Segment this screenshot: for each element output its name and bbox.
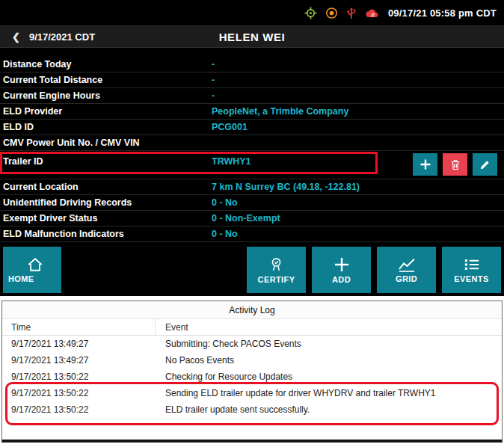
column-header-event[interactable]: Event [156,322,188,333]
info-row-cmv-power-unit: CMV Power Unit No. / CMV VIN [0,135,504,151]
info-value: - [212,59,215,70]
trailer-delete-button[interactable] [443,153,467,176]
log-row: 9/17/2021 13:50:22 Checking for Resource… [2,369,502,385]
window-title[interactable]: Activity Log [2,301,502,319]
info-label: Exempt Driver Status [0,213,212,223]
log-row: 9/17/2021 13:49:27 No Pacos Events [2,352,502,369]
status-bar: 09/17/21 05:58 pm CDT [0,0,504,25]
info-label: ELD ID [0,122,212,132]
info-row-eld-malfunction-indicators: ELD Malfunction Indicators 0 - No [0,226,504,242]
log-event: ELD trailer update sent successfully. [156,404,310,415]
log-time: 9/17/2021 13:50:22 [2,388,156,398]
info-value: 0 - No [212,229,238,239]
info-label: Distance Today [0,59,212,70]
info-row-trailer-id: Trailer ID TRWHY1 [0,151,504,179]
events-button[interactable]: EVENTS [442,247,501,293]
info-row-current-total-distance: Current Total Distance - [0,73,504,88]
info-value: 0 - Non-Exempt [212,213,280,223]
info-value: PeopleNet, a Trimble Company [212,106,348,117]
log-row: 9/17/2021 13:49:27 Submitting: Check PAC… [2,336,502,352]
log-event: Submitting: Check PACOS Events [156,339,301,349]
add-button[interactable]: ADD [312,247,371,293]
screenshot-root: 09/17/21 05:58 pm CDT ❮ 9/17/2021 CDT HE… [0,0,504,447]
log-time: 9/17/2021 13:49:27 [2,355,156,366]
log-time: 9/17/2021 13:50:22 [2,372,156,382]
log-table-header: Time Event [2,319,502,336]
info-row-exempt-driver-status: Exempt Driver Status 0 - Non-Exempt [0,211,504,226]
back-button[interactable]: ❮ 9/17/2021 CDT [0,31,95,43]
info-label: Unidentified Driving Records [0,197,212,208]
trailer-actions [413,153,497,176]
info-value: - [212,90,215,101]
trash-icon [449,158,461,171]
info-row-current-engine-hours: Current Engine Hours - [0,88,504,104]
add-label: ADD [332,275,351,284]
info-row-unidentified-driving-records: Unidentified Driving Records 0 - No [0,195,504,211]
column-header-time[interactable]: Time [2,319,156,335]
info-label: Current Total Distance [0,75,212,85]
plus-icon [334,256,350,273]
usb-icon [346,7,357,19]
info-row-eld-id: ELD ID PCG001 [0,120,504,135]
certify-badge-icon [268,256,284,273]
plus-icon [420,158,431,170]
info-label: Trailer ID [0,156,212,167]
log-row-highlighted: 9/17/2021 13:50:22 Sending ELD trailer u… [2,385,502,401]
activity-log-window: Activity Log Time Event 9/17/2021 13:49:… [1,300,503,443]
grid-label: GRID [396,274,417,283]
log-time: 9/17/2021 13:49:27 [2,339,156,349]
certify-label: CERTIFY [258,275,295,284]
cloud-sync-icon [365,7,380,19]
log-rows: 9/17/2021 13:49:27 Submitting: Check PAC… [2,336,502,418]
info-value: 0 - No [212,197,238,208]
gps-target-icon [304,7,317,19]
log-time: 9/17/2021 13:50:22 [2,404,156,415]
info-row-eld-provider: ELD Provider PeopleNet, a Trimble Compan… [0,104,504,120]
app-header: ❮ 9/17/2021 CDT HELEN WEI [0,25,504,48]
info-value: TRWHY1 [212,156,251,167]
info-value: PCG001 [212,122,248,132]
info-label: Current Engine Hours [0,90,212,101]
header-date: 9/17/2021 CDT [29,31,95,43]
info-row-distance-today: Distance Today - [0,57,504,73]
log-event: Sending ELD trailer update for driver WH… [156,388,435,398]
bottom-toolbar: HOME CERTIFY ADD GRID EVENTS [0,247,504,296]
eld-app-screen: 09/17/21 05:58 pm CDT ❮ 9/17/2021 CDT HE… [0,0,504,296]
home-button[interactable]: HOME [3,247,61,293]
grid-button[interactable]: GRID [377,247,436,293]
log-row-highlighted: 9/17/2021 13:50:22 ELD trailer update se… [2,401,502,418]
info-label: Current Location [0,182,212,192]
events-label: EVENTS [454,274,488,283]
trailer-add-button[interactable] [413,153,437,176]
info-value: - [212,75,215,85]
info-label: ELD Malfunction Indicators [0,229,212,239]
info-label: ELD Provider [0,106,212,117]
chevron-left-icon: ❮ [12,31,20,43]
info-row-current-location: Current Location 7 km N Surrey BC (49.18… [0,179,504,195]
log-event: No Pacos Events [156,355,234,366]
log-event: Checking for Resource Updates [156,372,292,382]
line-chart-icon [398,257,416,272]
list-icon [464,257,480,272]
pencil-icon [479,159,491,170]
home-label: HOME [8,274,34,283]
info-label: CMV Power Unit No. / CMV VIN [0,138,212,148]
driver-info-list: Distance Today - Current Total Distance … [0,57,504,242]
certify-button[interactable]: CERTIFY [247,247,306,293]
status-datetime: 09/17/21 05:58 pm CDT [388,7,497,19]
info-value: 7 km N Surrey BC (49.18, -122.81) [212,182,360,192]
home-icon [27,257,43,272]
signal-dot-icon [325,7,338,19]
trailer-edit-button[interactable] [473,153,497,176]
